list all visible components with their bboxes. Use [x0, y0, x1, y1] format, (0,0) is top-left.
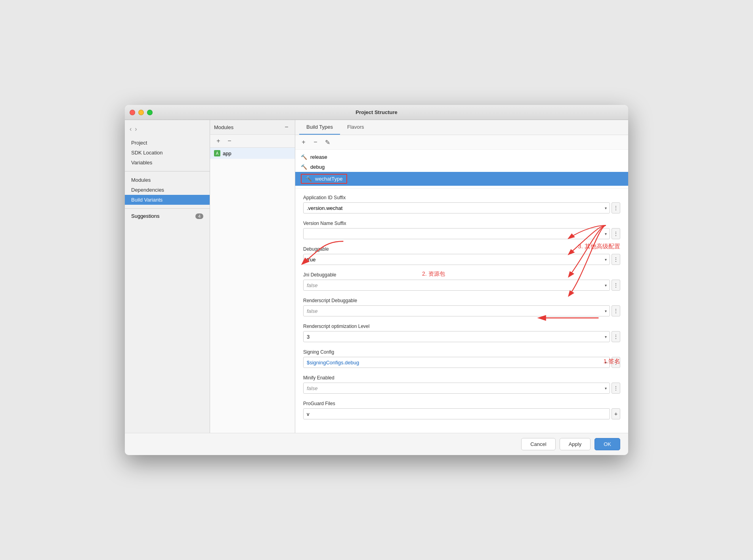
signing-config-side-btn[interactable]: ⋮: [612, 357, 620, 368]
proguard-files-label: ProGuard Files: [303, 401, 620, 406]
content-edit-button[interactable]: ✎: [323, 138, 332, 146]
proguard-add-button[interactable]: +: [612, 408, 620, 419]
build-type-wechat[interactable]: 🔨 wechatType: [295, 172, 628, 186]
jni-debuggable-side-btn[interactable]: ⋮: [612, 280, 620, 291]
minify-enabled-side-btn[interactable]: ⋮: [612, 383, 620, 394]
build-type-debug[interactable]: 🔨 debug: [295, 162, 628, 172]
version-name-suffix-select-wrapper: ▾: [303, 228, 610, 239]
renderscript-debuggable-side-btn[interactable]: ⋮: [612, 305, 620, 316]
modules-panel: Modules − + − A app: [210, 120, 295, 433]
window-title: Project Structure: [355, 109, 397, 115]
maximize-button[interactable]: [147, 110, 153, 115]
nav-back-arrow[interactable]: ‹: [130, 126, 132, 133]
sidebar: ‹ › Project SDK Location Variables Modul…: [125, 120, 210, 433]
nav-forward-arrow[interactable]: ›: [135, 126, 137, 133]
jni-debuggable-select-wrapper: false true ▾: [303, 280, 610, 291]
jni-debuggable-select[interactable]: false true: [303, 280, 610, 291]
hammer-icon-wechat: 🔨: [306, 176, 312, 182]
signing-config-select-wrapper: $signingConfigs.debug $signingConfigs.re…: [303, 357, 610, 368]
content-toolbar: + − ✎: [295, 135, 628, 150]
content-area: Build Types Flavors + − ✎ 🔨 release: [295, 120, 628, 433]
minimize-button[interactable]: [138, 110, 144, 115]
debuggable-label: Debuggable: [303, 246, 620, 252]
field-app-id-suffix: Application ID Suffix .version.wechat .d…: [303, 195, 620, 213]
version-name-suffix-row: ▾ ⋮: [303, 228, 620, 239]
field-proguard-files: ProGuard Files +: [303, 401, 620, 419]
debuggable-select-wrapper: true false ▾: [303, 254, 610, 265]
proguard-files-input[interactable]: [303, 408, 610, 419]
build-type-debug-label: debug: [310, 164, 325, 170]
renderscript-debuggable-row: false true ▾ ⋮: [303, 305, 620, 316]
modules-header: Modules −: [210, 120, 295, 135]
tab-build-types[interactable]: Build Types: [299, 120, 340, 135]
modules-toolbar: + −: [210, 135, 295, 148]
renderscript-optimization-row: 3 2 1 0 ▾ ⋮: [303, 331, 620, 342]
proguard-files-row: +: [303, 408, 620, 419]
field-version-name-suffix: Version Name Suffix ▾ ⋮: [303, 221, 620, 239]
suggestions-badge: 4: [195, 213, 203, 219]
sidebar-item-variables[interactable]: Variables: [125, 158, 210, 168]
tabs: Build Types Flavors: [295, 120, 628, 135]
sidebar-item-sdk-location[interactable]: SDK Location: [125, 148, 210, 158]
sidebar-item-dependencies[interactable]: Dependencies: [125, 185, 210, 195]
renderscript-debuggable-select-wrapper: false true ▾: [303, 305, 610, 316]
sidebar-item-build-variants[interactable]: Build Variants: [125, 195, 210, 205]
modules-collapse-button[interactable]: −: [282, 123, 291, 131]
field-jni-debuggable: Jni Debuggable false true ▾ ⋮: [303, 272, 620, 291]
minify-enabled-select-wrapper: false true ▾: [303, 383, 610, 394]
content-add-button[interactable]: +: [299, 138, 308, 146]
jni-debuggable-row: false true ▾ ⋮: [303, 280, 620, 291]
sidebar-divider-2: [125, 208, 210, 209]
build-types-list: 🔨 release 🔨 debug 🔨 wechatType: [295, 150, 628, 189]
ok-button[interactable]: OK: [594, 438, 620, 450]
renderscript-optimization-select-wrapper: 3 2 1 0 ▾: [303, 331, 610, 342]
renderscript-optimization-label: Renderscript optimization Level: [303, 324, 620, 329]
signing-config-row: $signingConfigs.debug $signingConfigs.re…: [303, 357, 620, 368]
renderscript-debuggable-select[interactable]: false true: [303, 305, 610, 316]
minify-enabled-label: Minify Enabled: [303, 375, 620, 381]
module-item-app[interactable]: A app: [210, 148, 295, 159]
project-structure-window: Project Structure ‹ › Project SDK Locati…: [125, 105, 628, 455]
signing-config-select[interactable]: $signingConfigs.debug $signingConfigs.re…: [303, 357, 610, 368]
minify-enabled-select[interactable]: false true: [303, 383, 610, 394]
bottom-bar: Cancel Apply OK: [125, 433, 628, 455]
modules-remove-button[interactable]: −: [225, 137, 234, 145]
app-id-suffix-select[interactable]: .version.wechat .debug .release: [303, 202, 610, 213]
field-signing-config: Signing Config $signingConfigs.debug $si…: [303, 349, 620, 368]
apply-button[interactable]: Apply: [560, 438, 591, 450]
app-id-suffix-label: Application ID Suffix: [303, 195, 620, 200]
debuggable-side-btn[interactable]: ⋮: [612, 254, 620, 265]
app-id-suffix-select-wrapper: .version.wechat .debug .release ▾: [303, 202, 610, 213]
debuggable-row: true false ▾ ⋮: [303, 254, 620, 265]
tab-flavors[interactable]: Flavors: [340, 120, 371, 135]
build-type-wechat-label: wechatType: [315, 176, 342, 182]
field-renderscript-debuggable: Renderscript Debuggable false true ▾ ⋮: [303, 298, 620, 316]
version-name-suffix-select[interactable]: [303, 228, 610, 239]
modules-title: Modules: [214, 124, 233, 130]
version-name-suffix-label: Version Name Suffix: [303, 221, 620, 226]
build-type-release[interactable]: 🔨 release: [295, 152, 628, 162]
field-debuggable: Debuggable true false ▾ ⋮: [303, 246, 620, 265]
sidebar-section-middle: Modules Dependencies Build Variants: [125, 174, 210, 206]
renderscript-debuggable-label: Renderscript Debuggable: [303, 298, 620, 303]
sidebar-item-project[interactable]: Project: [125, 138, 210, 148]
version-name-suffix-side-btn[interactable]: ⋮: [612, 228, 620, 239]
jni-debuggable-label: Jni Debuggable: [303, 272, 620, 278]
debuggable-select[interactable]: true false: [303, 254, 610, 265]
sidebar-item-suggestions[interactable]: Suggestions 4: [125, 211, 210, 221]
field-renderscript-optimization: Renderscript optimization Level 3 2 1 0 …: [303, 324, 620, 342]
titlebar: Project Structure: [125, 105, 628, 120]
renderscript-optimization-side-btn[interactable]: ⋮: [612, 331, 620, 342]
form-section: Application ID Suffix .version.wechat .d…: [295, 189, 628, 433]
content-relative-container: Build Types Flavors + − ✎ 🔨 release: [295, 120, 628, 433]
close-button[interactable]: [130, 110, 135, 115]
app-id-suffix-side-btn[interactable]: ⋮: [612, 202, 620, 213]
sidebar-item-modules[interactable]: Modules: [125, 175, 210, 185]
renderscript-optimization-select[interactable]: 3 2 1 0: [303, 331, 610, 342]
sidebar-section-top: Project SDK Location Variables: [125, 137, 210, 169]
content-remove-button[interactable]: −: [311, 138, 320, 146]
cancel-button[interactable]: Cancel: [521, 438, 555, 450]
build-type-release-label: release: [310, 154, 327, 160]
modules-add-button[interactable]: +: [214, 137, 223, 145]
hammer-icon-release: 🔨: [301, 154, 307, 160]
